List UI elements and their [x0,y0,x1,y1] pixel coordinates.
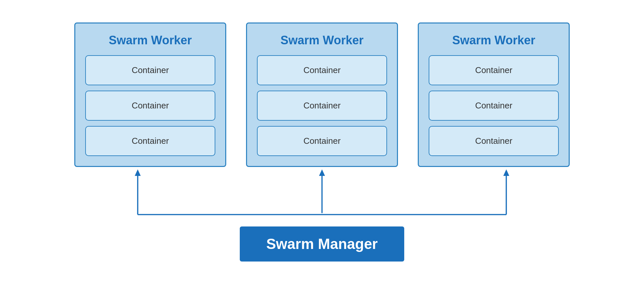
worker-title-3: Swarm Worker [429,33,559,47]
svg-marker-4 [319,169,325,176]
container-1-2: Container [85,91,215,121]
diagram: Swarm Worker Container Container Contain… [41,22,603,262]
container-3-2: Container [429,91,559,121]
container-1-1: Container [85,55,215,85]
worker-box-1: Swarm Worker Container Container Contain… [74,22,226,167]
arrows-svg [41,167,603,226]
container-3-3: Container [429,126,559,156]
worker-box-3: Swarm Worker Container Container Contain… [418,22,570,167]
arrows-and-manager: Swarm Manager [41,167,603,262]
worker-title-1: Swarm Worker [85,33,215,47]
worker-title-2: Swarm Worker [257,33,387,47]
container-2-1: Container [257,55,387,85]
svg-marker-7 [503,169,509,176]
container-1-3: Container [85,126,215,156]
worker-box-2: Swarm Worker Container Container Contain… [246,22,398,167]
container-2-3: Container [257,126,387,156]
svg-marker-2 [135,169,141,176]
workers-row: Swarm Worker Container Container Contain… [41,22,603,167]
manager-box: Swarm Manager [240,226,404,262]
container-3-1: Container [429,55,559,85]
container-2-2: Container [257,91,387,121]
manager-label: Swarm Manager [266,236,377,252]
